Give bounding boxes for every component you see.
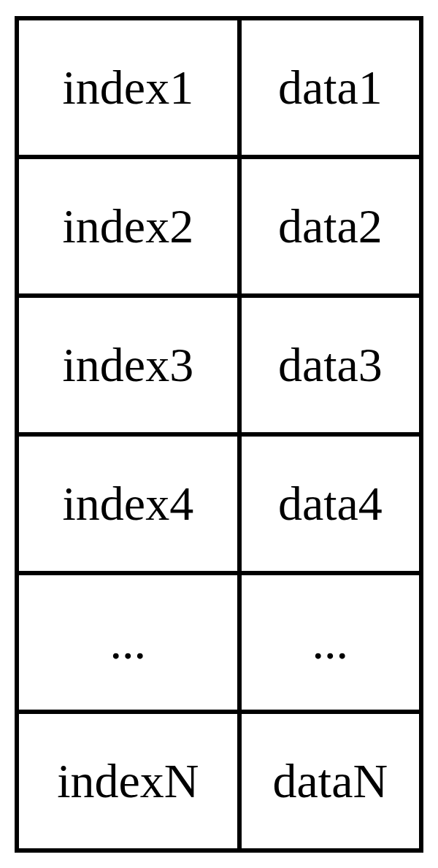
- table-row: ... ...: [17, 573, 421, 712]
- table-row: index1 data1: [17, 18, 421, 157]
- index-cell: ...: [17, 573, 239, 712]
- table-row: index2 data2: [17, 157, 421, 296]
- index-cell: indexN: [17, 712, 239, 850]
- data-cell: data3: [239, 296, 421, 434]
- data-cell: dataN: [239, 712, 421, 850]
- data-cell: data1: [239, 18, 421, 157]
- index-cell: index3: [17, 296, 239, 434]
- data-cell: ...: [239, 573, 421, 712]
- table-row: index4 data4: [17, 434, 421, 573]
- table-row: indexN dataN: [17, 712, 421, 850]
- index-cell: index2: [17, 157, 239, 296]
- data-cell: data2: [239, 157, 421, 296]
- index-data-table: index1 data1 index2 data2 index3 data3 i…: [15, 16, 423, 853]
- table-row: index3 data3: [17, 296, 421, 434]
- data-cell: data4: [239, 434, 421, 573]
- index-cell: index1: [17, 18, 239, 157]
- index-cell: index4: [17, 434, 239, 573]
